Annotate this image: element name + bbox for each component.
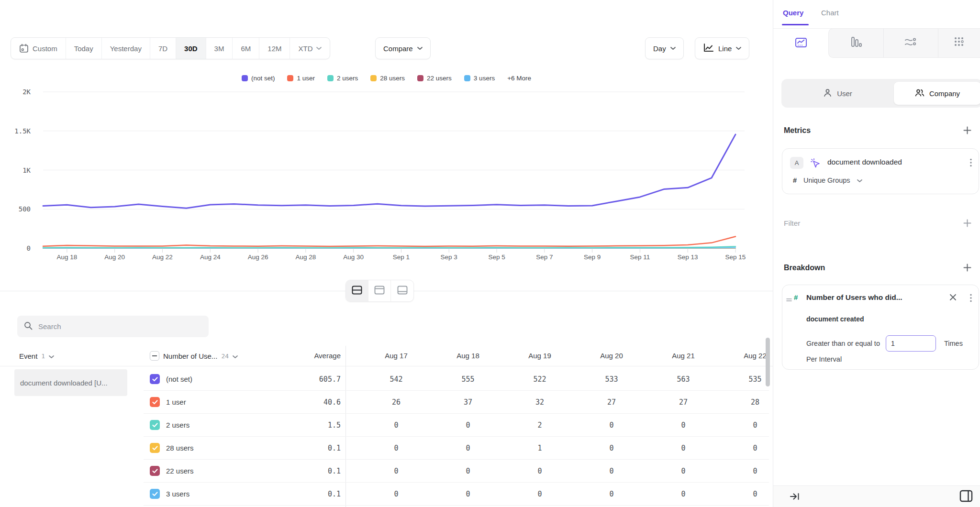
event-column-header[interactable]: Event 1	[19, 345, 54, 366]
times-value-input[interactable]	[886, 335, 936, 352]
scope-user-option[interactable]: User	[781, 79, 894, 108]
add-filter-button[interactable]	[963, 219, 971, 229]
tab-chart[interactable]: Chart	[821, 9, 839, 17]
cell-value: 563	[647, 368, 719, 391]
compare-label: Compare	[383, 44, 413, 53]
range-button-30d[interactable]: 30D	[176, 38, 206, 59]
filter-heading: Filter	[784, 219, 800, 228]
date-column-header: Aug 17	[360, 345, 432, 366]
range-button-yesterday[interactable]: Yesterday	[102, 38, 150, 59]
dot-grid-tab[interactable]	[938, 29, 980, 57]
panel-top-icon	[374, 286, 385, 297]
legend-swatch	[417, 75, 423, 81]
cell-value: 0	[719, 414, 773, 437]
layout-toggle-group	[345, 280, 414, 302]
metric-card[interactable]: A document downloaded # Unique Groups	[782, 148, 979, 194]
cell-value: 0	[504, 483, 576, 506]
compare-button[interactable]: Compare	[375, 37, 431, 59]
legend-item[interactable]: 22 users	[417, 75, 452, 82]
range-button-12m[interactable]: 12M	[259, 38, 290, 59]
line-chart-tab[interactable]	[773, 29, 828, 58]
chart-type-dropdown[interactable]: Line	[695, 37, 749, 59]
series-checkbox[interactable]	[150, 397, 160, 407]
bar-chart-icon	[850, 36, 862, 50]
breakdown-card[interactable]: # Number of Users who did... document cr…	[782, 285, 979, 370]
legend-swatch	[327, 75, 334, 81]
chevron-down-icon	[49, 355, 54, 359]
main-area: CustomTodayYesterday7D30D3M6M12MXTD Comp…	[0, 0, 773, 507]
svg-text:Sep 7: Sep 7	[536, 254, 553, 261]
metric-kebab-menu-icon[interactable]	[970, 158, 972, 169]
close-icon[interactable]	[949, 294, 957, 303]
metric-aggregation[interactable]: # Unique Groups	[793, 176, 862, 184]
legend-item[interactable]: 1 user	[287, 75, 315, 82]
legend-item[interactable]: (not set)	[242, 75, 275, 82]
date-column-header: Aug 20	[576, 345, 647, 366]
user-icon	[823, 88, 832, 99]
range-button-6m[interactable]: 6M	[233, 38, 259, 59]
group-column-header[interactable]: Number of Use... 24	[150, 345, 238, 366]
range-button-custom[interactable]: Custom	[11, 38, 66, 59]
series-checkbox[interactable]	[150, 466, 160, 476]
legend-more-button[interactable]: +6 More	[507, 75, 531, 82]
date-column-header: Aug 21	[647, 345, 719, 366]
right-panel-icon[interactable]	[959, 490, 973, 504]
chevron-down-icon	[49, 352, 54, 360]
cell-value: 27	[647, 391, 719, 414]
line-chart-icon	[795, 37, 807, 50]
legend-item[interactable]: 3 users	[464, 75, 495, 82]
cell-value: 0	[576, 483, 647, 506]
range-button-3m[interactable]: 3M	[206, 38, 233, 59]
svg-text:Sep 3: Sep 3	[441, 254, 457, 261]
svg-text:Sep 5: Sep 5	[488, 254, 505, 261]
breakdown-title: Number of Users who did...	[806, 293, 935, 302]
bar-chart-tab[interactable]	[829, 29, 884, 57]
drag-handle-icon[interactable]	[786, 296, 792, 304]
select-all-checkbox[interactable]	[150, 351, 159, 361]
cell-value: 555	[432, 368, 504, 391]
metrics-heading: Metrics	[784, 126, 811, 135]
svg-text:Sep 15: Sep 15	[725, 254, 746, 261]
tab-query[interactable]: Query	[783, 9, 803, 17]
scope-toggle: User Company	[781, 79, 980, 108]
series-checkbox[interactable]	[150, 489, 160, 499]
series-checkbox[interactable]	[150, 443, 160, 453]
panel-top-toggle[interactable]	[368, 280, 391, 301]
chevron-down-icon	[857, 179, 862, 183]
sidebar-bottom-bar	[773, 485, 980, 507]
legend-item[interactable]: 28 users	[370, 75, 405, 82]
series-checkbox[interactable]	[150, 374, 160, 384]
range-button-xtd[interactable]: XTD	[290, 38, 330, 59]
per-interval-label[interactable]: Per Interval	[806, 355, 842, 363]
series-label: 28 users	[166, 437, 194, 460]
breakdown-kebab-menu-icon[interactable]	[970, 294, 972, 304]
cell-value: 0	[432, 414, 504, 437]
cell-value: 0	[719, 437, 773, 460]
range-button-today[interactable]: Today	[66, 38, 102, 59]
cell-value: 0	[360, 437, 432, 460]
vertical-scrollbar[interactable]	[766, 338, 770, 386]
breakdown-event-name[interactable]: document created	[806, 315, 864, 323]
svg-text:2K: 2K	[22, 88, 31, 96]
metric-event-name: document downloaded	[827, 158, 902, 166]
cell-value: 533	[576, 368, 647, 391]
active-tab-underline	[782, 24, 809, 25]
cell-value: 0	[719, 483, 773, 506]
cell-value: 542	[360, 368, 432, 391]
legend-item[interactable]: 2 users	[327, 75, 358, 82]
search-box[interactable]	[17, 316, 209, 337]
range-button-7d[interactable]: 7D	[150, 38, 176, 59]
date-range-selector: CustomTodayYesterday7D30D3M6M12MXTD	[11, 37, 330, 59]
panel-bottom-toggle[interactable]	[391, 280, 413, 301]
scope-company-option[interactable]: Company	[894, 82, 980, 105]
collapse-panel-icon[interactable]	[790, 492, 800, 503]
cell-value: 1	[504, 437, 576, 460]
flow-chart-tab[interactable]	[884, 29, 939, 57]
add-metric-button[interactable]	[963, 126, 971, 136]
cell-value: 28	[719, 391, 773, 414]
search-input[interactable]	[38, 322, 191, 331]
split-horizontal-toggle[interactable]	[346, 280, 368, 301]
series-checkbox[interactable]	[150, 420, 160, 430]
interval-dropdown[interactable]: Day	[645, 37, 684, 59]
add-breakdown-button[interactable]	[963, 264, 971, 274]
